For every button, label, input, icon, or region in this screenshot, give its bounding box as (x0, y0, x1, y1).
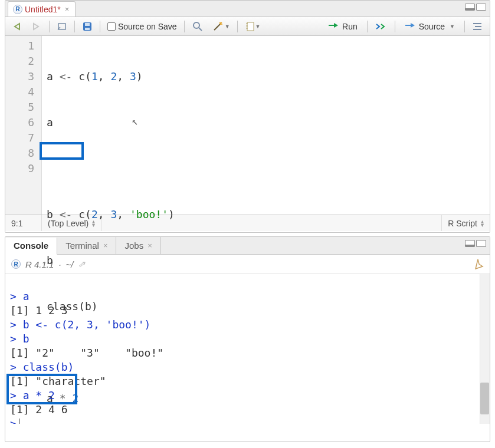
minimize-pane-icon[interactable] (465, 240, 475, 247)
editor-toolbar: Source on Save ▼ ▼ Run Source ▼ (5, 17, 490, 36)
console-output[interactable]: > a [1] 1 2 3 > b <- c(2, 3, 'boo!') > b… (5, 274, 490, 424)
tab-terminal[interactable]: Terminal× (57, 237, 116, 254)
tab-jobs[interactable]: Jobs× (116, 237, 160, 254)
find-button[interactable] (189, 19, 206, 34)
open-in-window-button[interactable] (54, 19, 70, 34)
console-scrollbar[interactable] (480, 274, 490, 424)
scrollbar-thumb[interactable] (480, 383, 489, 414)
close-icon[interactable]: × (146, 241, 152, 250)
notebook-button[interactable]: ▼ (242, 19, 263, 34)
close-icon[interactable]: × (101, 241, 108, 250)
code-editor[interactable]: 1 2 3 4 5 6 7 8 9 a <- c(1, 2, 3) a b <-… (5, 36, 490, 215)
console-cursor (19, 419, 19, 424)
svg-rect-15 (405, 25, 411, 26)
editor-tabbar: R Untitled1* × (5, 1, 490, 17)
svg-point-4 (194, 22, 199, 28)
nav-fwd-button[interactable] (29, 19, 44, 34)
pane-window-controls (465, 4, 486, 11)
svg-rect-10 (247, 22, 254, 31)
run-button[interactable]: Run (323, 19, 362, 34)
wand-button[interactable]: ▼ (209, 19, 232, 34)
source-button[interactable]: Source ▼ (400, 19, 460, 34)
editor-tab-title: Untitled1* (25, 5, 61, 14)
tab-console[interactable]: Console (5, 238, 57, 255)
svg-line-6 (214, 24, 220, 30)
rerun-button[interactable] (372, 19, 390, 34)
console-tabbar: Console Terminal× Jobs× (5, 237, 490, 255)
svg-rect-14 (329, 25, 335, 26)
r-file-icon: R (13, 5, 22, 14)
editor-pane: R Untitled1* × Source on Save (5, 0, 490, 233)
editor-tab[interactable]: R Untitled1* × (8, 1, 76, 17)
mouse-cursor-icon: ↖ (132, 114, 138, 129)
clear-console-icon[interactable] (472, 258, 484, 270)
cursor-position: 9:1 (5, 215, 42, 231)
svg-rect-2 (85, 23, 90, 26)
pane-window-controls (465, 240, 486, 247)
maximize-pane-icon[interactable] (476, 240, 486, 247)
language-selector[interactable]: R Script ▴▾ (441, 215, 490, 231)
nav-back-button[interactable] (10, 19, 25, 34)
close-icon[interactable]: × (63, 5, 70, 14)
line-number-gutter: 1 2 3 4 5 6 7 8 9 (5, 36, 42, 215)
svg-rect-0 (58, 24, 65, 29)
r-logo-icon: R (11, 259, 21, 269)
minimize-pane-icon[interactable] (465, 4, 475, 11)
highlight-box-editor (40, 142, 84, 160)
svg-line-5 (199, 28, 202, 31)
code-content[interactable]: a <- c(1, 2, 3) a b <- c(2, 3, 'boo!') b… (42, 36, 175, 215)
maximize-pane-icon[interactable] (476, 4, 486, 11)
save-button[interactable] (80, 19, 95, 34)
outline-button[interactable] (470, 19, 485, 34)
source-on-save-checkbox[interactable]: Source on Save (105, 19, 179, 34)
svg-rect-3 (85, 28, 90, 30)
